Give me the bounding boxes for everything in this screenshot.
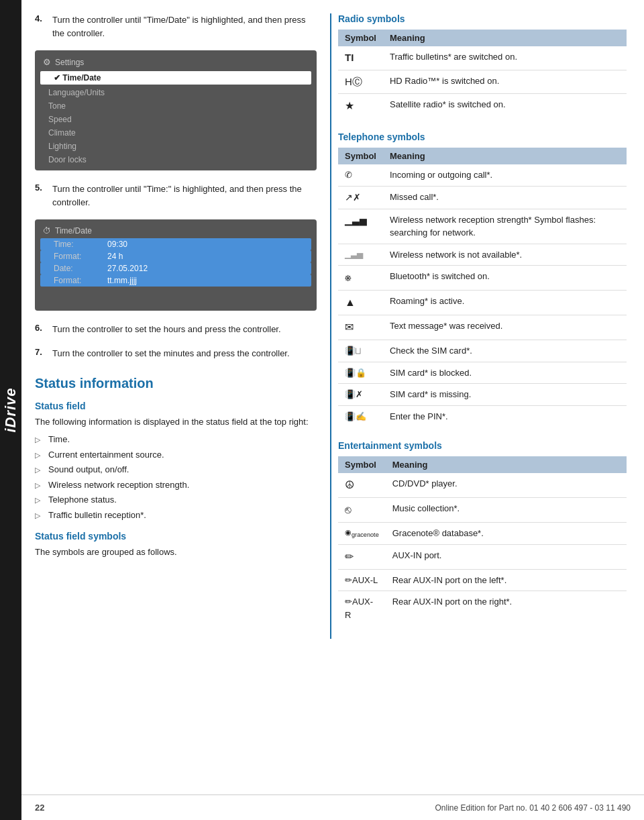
table-row: TI Traffic bulletins* are switched on.: [338, 46, 627, 70]
tel-meaning-checksim: Check the SIM card*.: [383, 340, 627, 362]
list-item-entertainment: ▷ Current entertainment source.: [35, 448, 317, 462]
settings-item-doorlocks: Door locks: [35, 153, 317, 166]
list-item-wireless: ▷ Wireless network reception strength.: [35, 478, 317, 492]
timedate-title: ⏱ Time/Date: [35, 223, 317, 238]
list-item-traffic-text: Traffic bulletin reception*.: [48, 509, 146, 522]
table-row: ✏ AUX-IN port.: [338, 544, 627, 569]
bullet-arrow-icon: ▷: [35, 480, 43, 491]
footer: 22 Online Edition for Part no. 01 40 2 6…: [21, 795, 644, 820]
settings-screenshot: ⚙ Settings ✔ Time/Date Language/Units To…: [35, 50, 317, 170]
status-field-subheading: Status field: [35, 401, 317, 411]
status-field-list: ▷ Time. ▷ Current entertainment source. …: [35, 433, 317, 521]
status-information-heading: Status information: [35, 376, 317, 391]
list-item-time: ▷ Time.: [35, 433, 317, 446]
telephone-symbols-heading: Telephone symbols: [338, 132, 627, 142]
status-field-symbols-text: The symbols are grouped as follows.: [35, 546, 317, 559]
settings-title: ⚙ Settings: [35, 54, 317, 70]
settings-item-tone: Tone: [35, 99, 317, 113]
timedate-row-time: Time: 09:30: [40, 238, 311, 250]
step-4-text: Turn the controller until "Time/Date" is…: [52, 13, 317, 40]
date-value: 27.05.2012: [107, 264, 148, 273]
tel-sym-blockedsim: 📳🔒: [338, 362, 383, 384]
step-7-text: Turn the controller to set the minutes a…: [52, 347, 290, 360]
tel-meaning-call: Incoming or outgoing call*.: [383, 164, 627, 186]
tel-meaning-blockedsim: SIM card* is blocked.: [383, 362, 627, 384]
ent-sym-gracenote: ◉gracenote: [338, 523, 386, 545]
tel-sym-missingsim: 📳✗: [338, 384, 383, 406]
tel-sym-call: ✆: [338, 164, 383, 186]
ent-sym-auxr: ✏AUX-R: [338, 591, 386, 626]
tel-col-symbol: Symbol: [338, 148, 383, 164]
bullet-arrow-icon: ▷: [35, 450, 43, 461]
bullet-arrow-icon: ▷: [35, 434, 43, 446]
step-6-text: Turn the controller to set the hours and…: [52, 323, 281, 336]
list-item-time-text: Time.: [48, 433, 70, 446]
timedate-row-date: Date: 27.05.2012: [40, 262, 311, 274]
table-row: 📳⨆ Check the SIM card*.: [338, 340, 627, 362]
table-row: ✏AUX-R Rear AUX-IN port on the right*.: [338, 591, 627, 626]
list-item-wireless-text: Wireless network reception strength.: [48, 478, 189, 492]
ent-meaning-music: Music collection*.: [386, 498, 627, 523]
list-item-telephone: ▷ Telephone status.: [35, 493, 317, 507]
bullet-arrow-icon: ▷: [35, 495, 43, 506]
settings-item-lighting: Lighting: [35, 140, 317, 153]
radio-meaning-hd: HD Radio™* is switched on.: [383, 70, 627, 94]
ent-meaning-auxl: Rear AUX-IN port on the left*.: [386, 569, 627, 591]
tel-meaning-roaming: Roaming* is active.: [383, 291, 627, 315]
ent-meaning-gracenote: Gracenote® database*.: [386, 523, 627, 545]
ent-sym-auxl: ✏AUX-L: [338, 569, 386, 591]
tel-sym-bluetooth: ⎈: [338, 266, 383, 291]
tel-meaning-signal: Wireless network reception strength* Sym…: [383, 209, 627, 244]
left-column: 4. Turn the controller until "Time/Date"…: [21, 13, 330, 639]
tel-meaning-nosignal: Wireless network is not available*.: [383, 244, 627, 266]
tel-sym-sms: ✉: [338, 315, 383, 340]
step-6: 6. Turn the controller to set the hours …: [35, 323, 317, 336]
idrive-label: iDrive: [2, 387, 19, 432]
tel-meaning-bluetooth: Bluetooth* is switched on.: [383, 266, 627, 291]
table-row: ★ Satellite radio* is switched on.: [338, 94, 627, 119]
entertainment-symbols-table: Symbol Meaning ☮ CD/DVD* player. ⎋ Music…: [338, 456, 627, 625]
tel-sym-roaming: ▲: [338, 291, 383, 315]
timedate-row-format2: Format: tt.mm.jjjj: [40, 274, 311, 287]
tel-sym-missed: ↗✗: [338, 186, 383, 209]
list-item-traffic: ▷ Traffic bulletin reception*.: [35, 509, 317, 522]
entertainment-symbols-heading: Entertainment symbols: [338, 440, 627, 451]
settings-item-language: Language/Units: [35, 86, 317, 99]
radio-meaning-ti: Traffic bulletins* are switched on.: [383, 46, 627, 70]
step-4: 4. Turn the controller until "Time/Date"…: [35, 13, 317, 40]
step-4-number: 4.: [35, 13, 47, 40]
ent-meaning-auxr: Rear AUX-IN port on the right*.: [386, 591, 627, 626]
table-row: 📳🔒 SIM card* is blocked.: [338, 362, 627, 384]
bullet-arrow-icon: ▷: [35, 464, 43, 476]
telephone-symbols-table: Symbol Meaning ✆ Incoming or outgoing ca…: [338, 148, 627, 427]
table-row: ⎈ Bluetooth* is switched on.: [338, 266, 627, 291]
tel-meaning-missingsim: SIM card* is missing.: [383, 384, 627, 406]
status-field-symbols-heading: Status field symbols: [35, 531, 317, 542]
status-field-description: The following information is displayed i…: [35, 415, 317, 429]
format1-value: 24 h: [107, 252, 123, 261]
format2-value: tt.mm.jjjj: [107, 276, 137, 285]
radio-symbols-heading: Radio symbols: [338, 13, 627, 24]
table-row: ✉ Text message* was received.: [338, 315, 627, 340]
page-number: 22: [35, 803, 44, 813]
ent-meaning-dvd: CD/DVD* player.: [386, 473, 627, 498]
table-row: ▁▃▅ Wireless network is not available*.: [338, 244, 627, 266]
step-6-number: 6.: [35, 323, 47, 336]
radio-col-meaning: Meaning: [383, 30, 627, 46]
radio-sym-sat: ★: [338, 94, 383, 119]
ent-sym-aux: ✏: [338, 544, 386, 569]
tel-sym-checksim: 📳⨆: [338, 340, 383, 362]
table-row: ▲ Roaming* is active.: [338, 291, 627, 315]
table-row: ↗✗ Missed call*.: [338, 186, 627, 209]
timedate-label: Time/Date: [55, 226, 92, 236]
tel-col-meaning: Meaning: [383, 148, 627, 164]
ent-meaning-aux: AUX-IN port.: [386, 544, 627, 569]
tel-sym-pin: 📳✍: [338, 405, 383, 427]
radio-sym-ti: TI: [338, 46, 383, 70]
step-5-text: Turn the controller until "Time:" is hig…: [52, 183, 317, 209]
table-row: 📳✍ Enter the PIN*.: [338, 405, 627, 427]
clock-icon: ⏱: [43, 226, 51, 236]
step-7-number: 7.: [35, 347, 47, 360]
tel-meaning-pin: Enter the PIN*.: [383, 405, 627, 427]
tel-sym-signal: ▁▃▅: [338, 209, 383, 244]
